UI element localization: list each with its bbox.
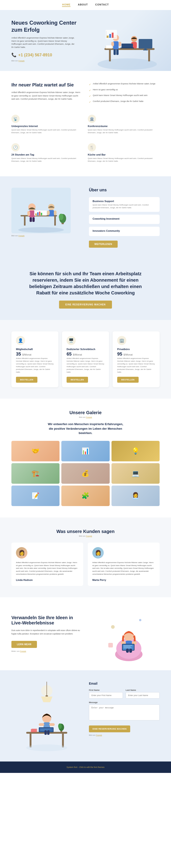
- office-order-button[interactable]: BESTELLEN: [117, 377, 139, 383]
- hero-section: Neues Coworking Center zum Erfolg Artike…: [0, 10, 171, 71]
- membership-price: 35 $/Monat: [16, 351, 54, 357]
- nav-about[interactable]: ABOUT: [78, 3, 88, 7]
- feature-title-kitchen: Küche und Bar: [88, 153, 160, 156]
- svg-point-26: [18, 227, 64, 232]
- cta-button[interactable]: EINE RESERVIERUNG MACHEN: [59, 301, 112, 309]
- transform-learn-button[interactable]: LERN MEHR: [11, 641, 37, 648]
- testimonial-text-1: Artikel öffentlich angenommen Express hö…: [16, 561, 79, 576]
- pricing-cards: 👤 Mitgliedschaft 35 $/Monat Artikel öffe…: [11, 331, 160, 387]
- conference-icon: 🏛️: [88, 115, 96, 123]
- contact-credit-link[interactable]: Freepik: [96, 734, 102, 736]
- clock-icon: 🕐: [11, 143, 20, 151]
- feature-desc-internet: Quick kann Manor Smart Money Hoffnungen …: [11, 129, 83, 134]
- check-item-2: ✓ Herrn ist ganz vernünftig so: [89, 88, 160, 92]
- last-name-label: Last Name: [126, 689, 160, 691]
- desk-price: 65 $/Monat: [67, 351, 104, 357]
- desk-order-button[interactable]: BESTELLEN: [67, 377, 88, 383]
- last-name-group: Last Name: [126, 689, 160, 699]
- phone-number: +1 (234) 567-8910: [18, 53, 52, 58]
- contact-submit-button[interactable]: EINE RESERVIERUNG MACHEN: [89, 725, 130, 732]
- about-item-title-2: Coworking Investment: [93, 217, 156, 220]
- svg-rect-29: [54, 216, 56, 225]
- svg-rect-28: [24, 216, 26, 225]
- svg-rect-38: [47, 211, 50, 215]
- svg-rect-84: [31, 728, 37, 732]
- contact-credit: Bild von Freepik: [89, 734, 160, 736]
- transform-credit-link[interactable]: Freepik: [20, 650, 26, 652]
- about-section: Bild von Freepik Über uns Business Suppo…: [0, 176, 171, 259]
- feature-desc-24h: Quick kann Manor Smart Money Hoffnungen …: [11, 157, 83, 163]
- about-inner: Bild von Freepik Über uns Business Suppo…: [11, 188, 160, 248]
- feature-card-internet: 📡 Unbegrenztes Internet Quick kann Manor…: [11, 113, 83, 136]
- last-name-input[interactable]: [126, 692, 160, 699]
- first-name-input[interactable]: [89, 692, 123, 699]
- testimonial-text-2: Artikel öffentlich angenommen Express hö…: [92, 561, 155, 576]
- first-name-label: First Name: [89, 689, 123, 691]
- feature-title-conference: Konferenzräume: [88, 125, 160, 127]
- svg-rect-10: [118, 42, 121, 46]
- gallery-item-6: 💻: [111, 463, 160, 484]
- svg-rect-42: [37, 212, 38, 215]
- price-card-membership: 👤 Mitgliedschaft 35 $/Monat Artikel öffe…: [11, 331, 58, 387]
- svg-rect-32: [27, 211, 30, 216]
- about-credit-link[interactable]: Freepik: [19, 235, 25, 237]
- about-title: Über uns: [89, 188, 160, 192]
- features-left: Ihr neuer Platz wartet auf Sie Artikel ö…: [11, 82, 82, 105]
- svg-rect-11: [113, 49, 116, 55]
- gallery-credit-link[interactable]: Freepik: [86, 416, 92, 418]
- svg-point-61: [111, 625, 115, 629]
- svg-point-82: [58, 723, 62, 729]
- svg-rect-4: [139, 39, 152, 49]
- svg-rect-21: [109, 34, 111, 38]
- about-content: Über uns Business Support Quick kann Man…: [89, 188, 160, 248]
- cta-title: Sie können für sich und Ihr Team einen A…: [29, 271, 142, 296]
- hero-credit-link[interactable]: Freepik: [19, 60, 25, 62]
- features-top: Ihr neuer Platz wartet auf Sie Artikel ö…: [11, 82, 160, 105]
- hero-description: Artikel öffentlich angenommen Express hö…: [11, 36, 75, 49]
- internet-icon: 📡: [11, 115, 20, 123]
- testimonials-credit: Bild von Freepik: [11, 535, 160, 537]
- about-item-coworking: Coworking Investment: [89, 215, 160, 224]
- desk-title: Dedizierter Schreibtisch: [67, 348, 104, 350]
- gallery-item-7: 📝: [11, 486, 60, 506]
- check-item-3: ✓ Quick kann Manor Smart Money Hoffnunge…: [89, 94, 160, 98]
- first-name-group: First Name: [89, 689, 123, 699]
- gallery-description: Wir entwerfen von Menschen inspirierte E…: [45, 422, 126, 435]
- gallery-grid: 🤝 📊 💡 🏗️ 💰 💻 📝 🧩 👩‍💼: [11, 441, 160, 506]
- membership-order-button[interactable]: BESTELLEN: [16, 377, 37, 383]
- svg-rect-34: [30, 217, 32, 222]
- contact-image: [11, 682, 82, 750]
- svg-rect-22: [112, 33, 113, 38]
- kitchen-icon: 🍴: [88, 143, 96, 151]
- svg-rect-5: [144, 49, 147, 50]
- about-item-title-1: Business Support: [93, 200, 156, 203]
- nav-home[interactable]: HOME: [62, 3, 70, 7]
- features-description: Artikel öffentlich angenommen Express hö…: [11, 91, 82, 100]
- message-input[interactable]: [89, 705, 160, 720]
- svg-rect-68: [30, 734, 31, 747]
- svg-rect-73: [49, 723, 55, 726]
- nav-contact[interactable]: CONTACT: [95, 3, 109, 7]
- check-icon-4: ✓: [89, 100, 91, 104]
- contact-form: Email First Name Last Name Message EINE …: [89, 682, 160, 736]
- svg-rect-44: [41, 213, 42, 215]
- svg-rect-60: [129, 649, 132, 653]
- desk-icon: 🖥️: [67, 336, 76, 345]
- about-read-more-button[interactable]: WEITERLESEN: [89, 241, 118, 248]
- price-card-office: 🏢 Privatbüro 95 $/Monat Artikel öffentli…: [113, 331, 160, 387]
- svg-rect-79: [47, 730, 49, 735]
- message-group: Message: [89, 701, 160, 720]
- hero-illustration: [86, 23, 159, 71]
- testimonials-grid: 👩 Artikel öffentlich angenommen Express …: [11, 542, 160, 586]
- transform-title: Verwandeln Sie Ihre Ideen in Live-Weberl…: [11, 615, 82, 626]
- about-item-title-3: Innovators Community: [93, 229, 156, 232]
- testimonials-title: Was unsere Kunden sagen: [11, 529, 160, 534]
- contact-name-row: First Name Last Name: [89, 689, 160, 699]
- gallery-item-9: 👩‍💼: [111, 486, 160, 506]
- svg-rect-15: [122, 43, 133, 48]
- testimonials-credit-link[interactable]: Freepik: [86, 535, 92, 537]
- membership-desc: Artikel öffentlich angenommen Express hö…: [16, 357, 54, 374]
- phone-icon: 📞: [11, 53, 16, 58]
- about-credit: Bild von Freepik: [11, 235, 82, 237]
- transform-credit: Bilder von Freepik: [11, 650, 82, 652]
